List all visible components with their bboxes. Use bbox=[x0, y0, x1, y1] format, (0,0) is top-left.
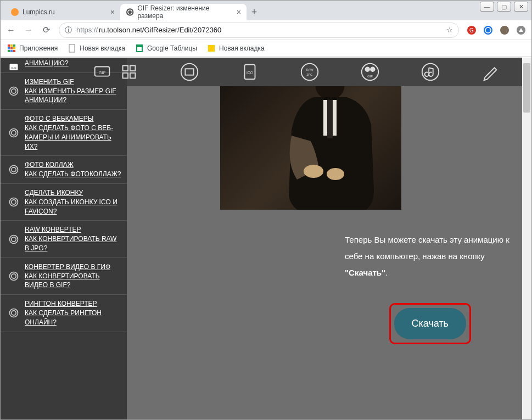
sidebar-link[interactable]: АНИМАЦИЮ? bbox=[25, 59, 69, 67]
gif-tool-icon: GIF bbox=[8, 62, 19, 73]
download-button[interactable]: Скачать bbox=[394, 308, 467, 339]
tab-close-icon[interactable]: × bbox=[237, 8, 241, 16]
sidebar-item[interactable]: ФОТО С ВЕБКАМЕРЫ КАК СДЕЛАТЬ ФОТО С ВЕБ-… bbox=[1, 110, 127, 156]
sidebar-title[interactable]: ФОТО КОЛЛАЖ bbox=[25, 160, 122, 170]
tab-lumpics[interactable]: Lumpics.ru × bbox=[5, 4, 120, 20]
svg-point-31 bbox=[12, 200, 16, 204]
svg-point-48 bbox=[301, 64, 318, 80]
spiral-icon bbox=[8, 307, 19, 318]
sidebar: GIF АНИМАЦИЮ? ИЗМЕНИТЬ GIF КАК ИЗМЕНИТЬ … bbox=[1, 58, 127, 419]
sidebar-desc[interactable]: КАК КОНВЕРТИРОВАТЬ RAW В JPG? bbox=[25, 235, 116, 252]
bm-label: Приложения bbox=[19, 44, 58, 52]
svg-point-58 bbox=[327, 168, 344, 180]
sidebar-title[interactable]: РИНГТОН КОНВЕРТЕР bbox=[25, 299, 122, 309]
svg-point-6 bbox=[500, 26, 509, 35]
svg-rect-21 bbox=[208, 45, 215, 52]
sidebar-desc[interactable]: КАК СОЗДАТЬ ИКОНКУ ICO И FAVICON? bbox=[25, 198, 117, 215]
raw-jpg-tool-icon[interactable]: RAWJPG bbox=[299, 61, 320, 82]
sidebar-desc[interactable]: КАК СДЕЛАТЬ РИНГТОН ОНЛАЙН? bbox=[25, 309, 102, 326]
bookmark-item[interactable]: Новая вкладка bbox=[207, 44, 265, 53]
svg-point-0 bbox=[11, 8, 19, 16]
outer-scrollbar[interactable] bbox=[522, 58, 531, 419]
menu-icon[interactable] bbox=[516, 25, 526, 35]
grid-tool-icon[interactable] bbox=[119, 61, 139, 82]
bookmarks-bar: Приложения Новая вкладка Google Таблицы … bbox=[1, 40, 531, 57]
close-button[interactable]: ✕ bbox=[514, 2, 528, 12]
sidebar-title[interactable]: ФОТО С ВЕБКАМЕРЫ bbox=[25, 114, 122, 124]
svg-point-53 bbox=[370, 67, 376, 72]
spiral-icon bbox=[8, 197, 19, 208]
svg-point-27 bbox=[12, 131, 16, 135]
spiral-icon bbox=[8, 234, 19, 245]
extension-icon[interactable]: G bbox=[467, 25, 477, 35]
forward-icon[interactable]: → bbox=[24, 25, 33, 35]
svg-text:GIF: GIF bbox=[367, 75, 373, 78]
pencil-tool-icon[interactable] bbox=[480, 61, 501, 82]
favicon-icon bbox=[10, 8, 19, 16]
address-row: ← → ⟳ ⓘ https:// ru.toolson.net/GifResiz… bbox=[1, 20, 531, 40]
music-tool-icon[interactable] bbox=[420, 61, 441, 82]
svg-text:G: G bbox=[469, 27, 474, 33]
sidebar-title[interactable]: СДЕЛАТЬ ИКОНКУ bbox=[25, 188, 122, 198]
apps-icon bbox=[7, 44, 16, 53]
svg-point-44 bbox=[181, 64, 198, 80]
sidebar-desc[interactable]: КАК СДЕЛАТЬ ФОТОКОЛЛАЖ? bbox=[25, 170, 121, 178]
svg-rect-40 bbox=[123, 66, 128, 71]
svg-point-57 bbox=[304, 165, 323, 178]
tab-gifresizer[interactable]: GIF Resizer: изменение размера × bbox=[120, 4, 247, 20]
sidebar-desc[interactable]: КАК СДЕЛАТЬ ФОТО С ВЕБ-КАМЕРЫ И АНИМИРОВ… bbox=[25, 124, 113, 150]
svg-rect-45 bbox=[185, 69, 193, 75]
svg-point-37 bbox=[12, 311, 16, 315]
maximize-button[interactable]: ▢ bbox=[497, 2, 511, 12]
sidebar-desc[interactable]: КАК КОНВЕРТИРОВАТЬ ВИДЕО В GIF? bbox=[25, 272, 100, 289]
gif-tool-icon[interactable]: GIF bbox=[92, 61, 113, 82]
sidebar-item[interactable]: КОНВЕРТЕР ВИДЕО В ГИФ КАК КОНВЕРТИРОВАТЬ… bbox=[1, 258, 127, 295]
bookmark-star-icon[interactable]: ☆ bbox=[446, 26, 453, 34]
sidebar-item[interactable]: ФОТО КОЛЛАЖ КАК СДЕЛАТЬ ФОТОКОЛЛАЖ? bbox=[1, 156, 127, 184]
svg-rect-16 bbox=[10, 50, 13, 52]
profile-avatar-icon[interactable] bbox=[500, 25, 509, 35]
scrollbar-thumb[interactable] bbox=[523, 63, 530, 113]
download-text-2: . bbox=[385, 268, 388, 277]
svg-point-30 bbox=[10, 198, 18, 206]
back-icon[interactable]: ← bbox=[6, 25, 16, 35]
url-protocol: https:// bbox=[76, 26, 98, 34]
svg-rect-17 bbox=[13, 50, 15, 52]
camera-tool-icon[interactable] bbox=[179, 61, 200, 82]
reload-icon[interactable]: ⟳ bbox=[41, 25, 51, 35]
image-area: Теперь Вы можете скачать эту анимацию к … bbox=[127, 86, 531, 419]
sidebar-title[interactable]: RAW КОНВЕРТЕР bbox=[25, 225, 122, 234]
video-gif-tool-icon[interactable]: GIF bbox=[360, 61, 380, 82]
svg-rect-9 bbox=[8, 44, 10, 47]
tab-title: GIF Resizer: изменение размера bbox=[137, 4, 233, 20]
svg-point-24 bbox=[10, 87, 18, 95]
window-controls: — ▢ ✕ bbox=[480, 2, 528, 12]
svg-point-36 bbox=[10, 309, 18, 317]
sidebar-title[interactable]: КОНВЕРТЕР ВИДЕО В ГИФ bbox=[25, 262, 122, 272]
svg-point-35 bbox=[12, 274, 16, 278]
bookmark-item[interactable]: Новая вкладка bbox=[68, 44, 125, 53]
apps-button[interactable]: Приложения bbox=[7, 44, 58, 53]
info-icon[interactable]: ⓘ bbox=[65, 25, 72, 35]
svg-rect-20 bbox=[137, 47, 142, 51]
svg-point-29 bbox=[12, 167, 16, 172]
page-icon bbox=[207, 44, 216, 53]
bm-label: Новая вкладка bbox=[80, 44, 125, 52]
svg-text:JPG: JPG bbox=[307, 73, 313, 76]
sidebar-item[interactable]: СДЕЛАТЬ ИКОНКУ КАК СОЗДАТЬ ИКОНКУ ICO И … bbox=[1, 184, 127, 221]
svg-rect-11 bbox=[13, 44, 15, 47]
sidebar-item[interactable]: РИНГТОН КОНВЕРТЕР КАК СДЕЛАТЬ РИНГТОН ОН… bbox=[1, 295, 127, 332]
extension-icons: G bbox=[467, 25, 526, 35]
svg-rect-42 bbox=[123, 73, 128, 79]
bookmark-item[interactable]: Google Таблицы bbox=[135, 44, 197, 53]
address-bar[interactable]: ⓘ https:// ru.toolson.net/GifResizer/Edi… bbox=[59, 23, 459, 38]
sidebar-desc[interactable]: КАК ИЗМЕНИТЬ РАЗМЕР GIF АНИМАЦИИ? bbox=[25, 87, 116, 104]
new-tab-button[interactable]: + bbox=[247, 7, 262, 18]
ico-tool-icon[interactable]: ICO bbox=[239, 61, 260, 82]
svg-text:ICO: ICO bbox=[247, 71, 253, 75]
tab-close-icon[interactable]: × bbox=[110, 8, 115, 16]
sidebar-item[interactable]: RAW КОНВЕРТЕР КАК КОНВЕРТИРОВАТЬ RAW В J… bbox=[1, 221, 127, 257]
extension-icon[interactable] bbox=[483, 25, 493, 35]
svg-rect-41 bbox=[130, 66, 136, 71]
minimize-button[interactable]: — bbox=[480, 2, 494, 12]
